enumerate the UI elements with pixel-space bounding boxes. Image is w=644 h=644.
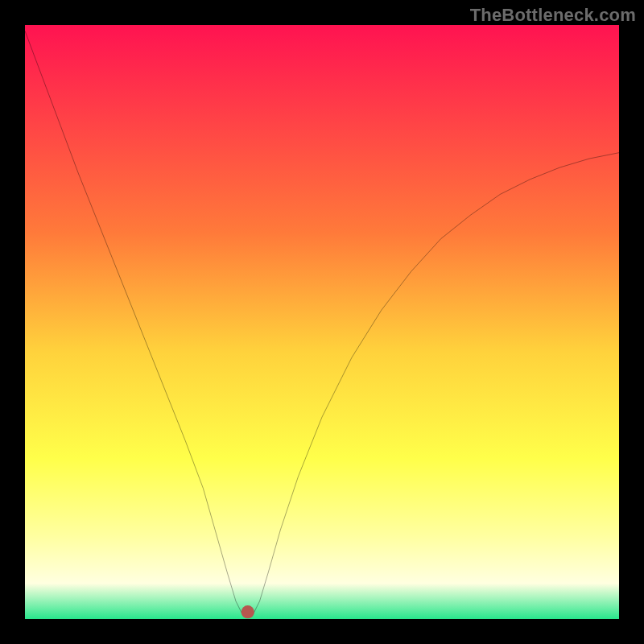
chart-background (25, 25, 619, 619)
watermark-text: TheBottleneck.com (470, 5, 636, 26)
chart-frame: TheBottleneck.com (0, 0, 644, 644)
optimum-marker (242, 605, 254, 618)
bottleneck-chart (25, 25, 619, 619)
